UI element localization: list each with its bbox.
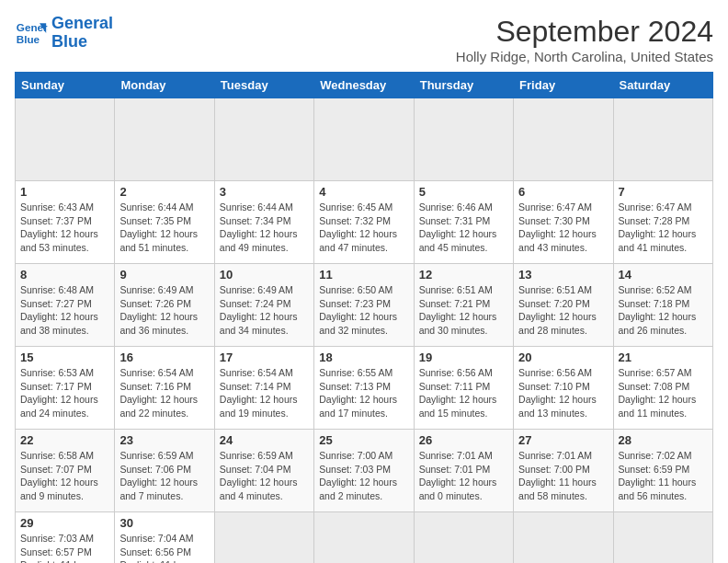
table-row: 21Sunrise: 6:57 AM Sunset: 7:08 PM Dayli…: [613, 347, 712, 430]
day-number: 21: [619, 350, 708, 364]
day-info: Sunrise: 6:49 AM Sunset: 7:26 PM Dayligh…: [119, 283, 209, 338]
day-info: Sunrise: 7:00 AM Sunset: 7:03 PM Dayligh…: [319, 449, 408, 503]
day-info: Sunrise: 6:52 AM Sunset: 7:18 PM Dayligh…: [619, 283, 708, 338]
day-info: Sunrise: 6:51 AM Sunset: 7:21 PM Dayligh…: [419, 283, 508, 338]
table-row: 4Sunrise: 6:45 AM Sunset: 7:32 PM Daylig…: [314, 181, 414, 264]
day-info: Sunrise: 6:56 AM Sunset: 7:11 PM Dayligh…: [419, 366, 508, 420]
table-row: 19Sunrise: 6:56 AM Sunset: 7:11 PM Dayli…: [414, 347, 513, 430]
header-tuesday: Tuesday: [214, 73, 313, 98]
logo-icon: General Blue: [15, 17, 48, 50]
day-info: Sunrise: 6:49 AM Sunset: 7:24 PM Dayligh…: [220, 283, 309, 338]
table-row: [414, 98, 513, 181]
day-number: 5: [419, 185, 508, 199]
day-info: Sunrise: 6:56 AM Sunset: 7:10 PM Dayligh…: [518, 366, 608, 420]
table-row: 1Sunrise: 6:43 AM Sunset: 7:37 PM Daylig…: [16, 181, 115, 264]
day-number: 15: [20, 350, 109, 364]
day-info: Sunrise: 6:48 AM Sunset: 7:27 PM Dayligh…: [20, 283, 109, 338]
table-row: [115, 98, 214, 181]
table-row: [613, 512, 712, 564]
table-row: 12Sunrise: 6:51 AM Sunset: 7:21 PM Dayli…: [414, 264, 513, 347]
table-row: 24Sunrise: 6:59 AM Sunset: 7:04 PM Dayli…: [214, 430, 313, 512]
day-number: 3: [220, 185, 309, 199]
table-row: 29Sunrise: 7:03 AM Sunset: 6:57 PM Dayli…: [16, 512, 115, 564]
table-row: [16, 98, 115, 181]
table-row: [514, 512, 613, 564]
calendar-table: Sunday Monday Tuesday Wednesday Thursday…: [15, 72, 713, 563]
table-row: 14Sunrise: 6:52 AM Sunset: 7:18 PM Dayli…: [613, 264, 712, 347]
table-row: 16Sunrise: 6:54 AM Sunset: 7:16 PM Dayli…: [115, 347, 214, 430]
table-row: 25Sunrise: 7:00 AM Sunset: 7:03 PM Dayli…: [314, 430, 414, 512]
day-info: Sunrise: 6:43 AM Sunset: 7:37 PM Dayligh…: [20, 201, 109, 255]
day-number: 11: [319, 268, 408, 282]
table-row: 30Sunrise: 7:04 AM Sunset: 6:56 PM Dayli…: [115, 512, 214, 564]
table-row: 28Sunrise: 7:02 AM Sunset: 6:59 PM Dayli…: [613, 430, 712, 512]
day-info: Sunrise: 7:03 AM Sunset: 6:57 PM Dayligh…: [20, 532, 109, 563]
day-number: 1: [20, 185, 109, 199]
day-number: 2: [119, 185, 209, 199]
table-row: [613, 98, 712, 181]
day-info: Sunrise: 6:44 AM Sunset: 7:34 PM Dayligh…: [220, 201, 309, 255]
table-row: 17Sunrise: 6:54 AM Sunset: 7:14 PM Dayli…: [214, 347, 313, 430]
day-info: Sunrise: 6:54 AM Sunset: 7:14 PM Dayligh…: [220, 366, 309, 420]
table-row: 27Sunrise: 7:01 AM Sunset: 7:00 PM Dayli…: [514, 430, 613, 512]
table-row: 15Sunrise: 6:53 AM Sunset: 7:17 PM Dayli…: [16, 347, 115, 430]
day-number: 14: [619, 268, 708, 282]
calendar-week-row: 15Sunrise: 6:53 AM Sunset: 7:17 PM Dayli…: [16, 347, 713, 430]
table-row: 9Sunrise: 6:49 AM Sunset: 7:26 PM Daylig…: [115, 264, 214, 347]
table-row: 7Sunrise: 6:47 AM Sunset: 7:28 PM Daylig…: [613, 181, 712, 264]
calendar-subtitle: Holly Ridge, North Carolina, United Stat…: [456, 49, 713, 64]
calendar-week-row: [16, 98, 713, 181]
table-row: [214, 512, 313, 564]
calendar-week-row: 22Sunrise: 6:58 AM Sunset: 7:07 PM Dayli…: [16, 430, 713, 512]
table-row: 6Sunrise: 6:47 AM Sunset: 7:30 PM Daylig…: [514, 181, 613, 264]
table-row: [314, 98, 414, 181]
calendar-week-row: 8Sunrise: 6:48 AM Sunset: 7:27 PM Daylig…: [16, 264, 713, 347]
day-info: Sunrise: 7:01 AM Sunset: 7:00 PM Dayligh…: [518, 449, 608, 503]
title-area: September 2024 Holly Ridge, North Caroli…: [456, 15, 713, 64]
day-number: 20: [518, 350, 608, 364]
day-number: 13: [518, 268, 608, 282]
header-saturday: Saturday: [613, 73, 712, 98]
day-info: Sunrise: 7:04 AM Sunset: 6:56 PM Dayligh…: [119, 532, 209, 563]
day-number: 4: [319, 185, 408, 199]
day-number: 25: [319, 433, 408, 447]
header: General Blue General Blue September 2024…: [15, 15, 713, 64]
logo: General Blue General Blue: [15, 15, 113, 52]
day-info: Sunrise: 6:54 AM Sunset: 7:16 PM Dayligh…: [119, 366, 209, 420]
day-number: 8: [20, 268, 109, 282]
day-number: 16: [119, 350, 209, 364]
day-number: 19: [419, 350, 508, 364]
day-number: 7: [619, 185, 708, 199]
day-number: 23: [119, 433, 209, 447]
table-row: 10Sunrise: 6:49 AM Sunset: 7:24 PM Dayli…: [214, 264, 313, 347]
table-row: 2Sunrise: 6:44 AM Sunset: 7:35 PM Daylig…: [115, 181, 214, 264]
day-number: 9: [119, 268, 209, 282]
day-info: Sunrise: 6:53 AM Sunset: 7:17 PM Dayligh…: [20, 366, 109, 420]
day-number: 6: [518, 185, 608, 199]
table-row: 11Sunrise: 6:50 AM Sunset: 7:23 PM Dayli…: [314, 264, 414, 347]
header-thursday: Thursday: [414, 73, 513, 98]
logo-text: General Blue: [51, 15, 113, 52]
day-number: 22: [20, 433, 109, 447]
day-info: Sunrise: 6:47 AM Sunset: 7:28 PM Dayligh…: [619, 201, 708, 255]
day-info: Sunrise: 6:47 AM Sunset: 7:30 PM Dayligh…: [518, 201, 608, 255]
day-info: Sunrise: 6:45 AM Sunset: 7:32 PM Dayligh…: [319, 201, 408, 255]
table-row: 22Sunrise: 6:58 AM Sunset: 7:07 PM Dayli…: [16, 430, 115, 512]
day-info: Sunrise: 6:51 AM Sunset: 7:20 PM Dayligh…: [518, 283, 608, 338]
day-info: Sunrise: 6:44 AM Sunset: 7:35 PM Dayligh…: [119, 201, 209, 255]
day-number: 17: [220, 350, 309, 364]
day-number: 26: [419, 433, 508, 447]
table-row: 5Sunrise: 6:46 AM Sunset: 7:31 PM Daylig…: [414, 181, 513, 264]
day-info: Sunrise: 6:46 AM Sunset: 7:31 PM Dayligh…: [419, 201, 508, 255]
day-number: 12: [419, 268, 508, 282]
calendar-week-row: 1Sunrise: 6:43 AM Sunset: 7:37 PM Daylig…: [16, 181, 713, 264]
header-sunday: Sunday: [16, 73, 115, 98]
day-number: 30: [119, 516, 209, 530]
table-row: 13Sunrise: 6:51 AM Sunset: 7:20 PM Dayli…: [514, 264, 613, 347]
day-number: 29: [20, 516, 109, 530]
day-info: Sunrise: 6:58 AM Sunset: 7:07 PM Dayligh…: [20, 449, 109, 503]
calendar-title: September 2024: [456, 15, 713, 49]
header-friday: Friday: [514, 73, 613, 98]
day-info: Sunrise: 6:59 AM Sunset: 7:04 PM Dayligh…: [220, 449, 309, 503]
day-number: 27: [518, 433, 608, 447]
